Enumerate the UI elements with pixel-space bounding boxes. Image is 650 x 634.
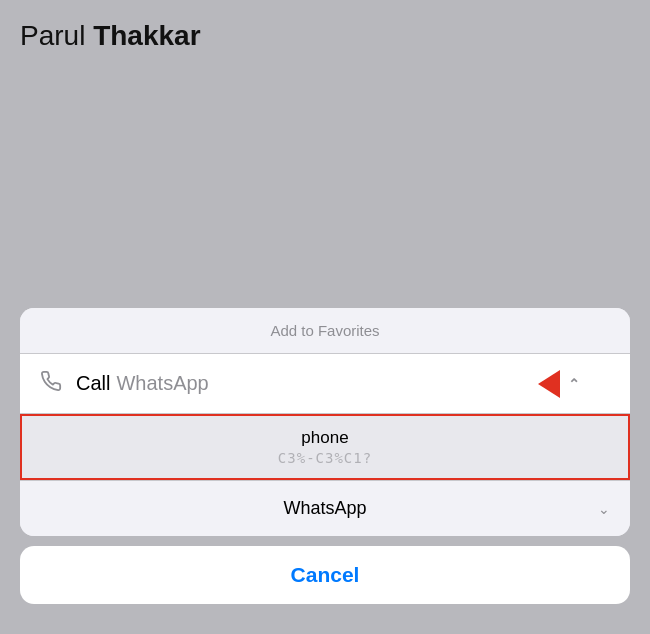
contact-last-name: Thakkar bbox=[93, 20, 200, 51]
cancel-button[interactable]: Cancel bbox=[20, 546, 630, 604]
call-sub-label: WhatsApp bbox=[116, 372, 208, 395]
phone-option-label: phone bbox=[42, 428, 608, 448]
call-label: Call bbox=[76, 372, 110, 395]
contact-first-name: Parul bbox=[20, 20, 93, 51]
phone-number: C3%-C3%C1? bbox=[42, 450, 608, 466]
call-whatsapp-row[interactable]: Call WhatsApp ⌃ bbox=[20, 354, 630, 414]
action-sheet: Add to Favorites Call WhatsApp ⌃ phone bbox=[20, 308, 630, 536]
chevron-up-icon: ⌃ bbox=[568, 376, 580, 392]
overlay-background: Parul Thakkar Add to Favorites Call What… bbox=[0, 0, 650, 634]
whatsapp-label: WhatsApp bbox=[283, 498, 366, 519]
sheet-container: Add to Favorites Call WhatsApp ⌃ phone bbox=[20, 308, 630, 604]
arrow-indicator: ⌃ bbox=[538, 370, 580, 398]
red-arrow-icon bbox=[538, 370, 560, 398]
whatsapp-row[interactable]: WhatsApp ⌄ bbox=[20, 480, 630, 536]
contact-name-background: Parul Thakkar bbox=[0, 0, 650, 62]
sheet-header: Add to Favorites bbox=[20, 308, 630, 354]
phone-option-row[interactable]: phone C3%-C3%C1? bbox=[20, 414, 630, 480]
chevron-down-icon: ⌄ bbox=[598, 501, 610, 517]
phone-icon bbox=[40, 370, 62, 397]
